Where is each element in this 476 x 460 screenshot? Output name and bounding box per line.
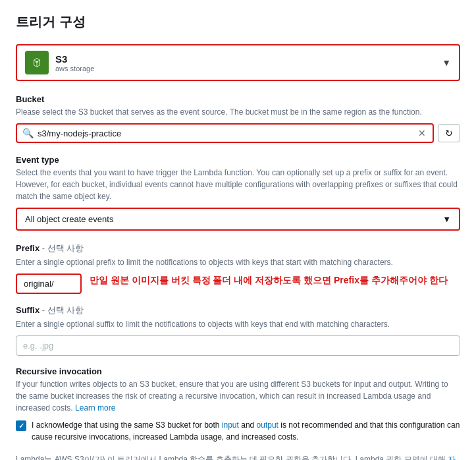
event-type-section: Event type Select the events that you wa… bbox=[16, 155, 460, 231]
recursive-checkbox-row: I acknowledge that using the same S3 buc… bbox=[16, 419, 460, 443]
bucket-section: Bucket Please select the S3 bucket that … bbox=[16, 94, 460, 143]
recursive-section: Recursive invocation If your function wr… bbox=[16, 366, 460, 443]
prefix-description: Enter a single optional prefix to limit … bbox=[16, 256, 460, 268]
prefix-optional: - 선택 사항 bbox=[42, 243, 84, 253]
event-type-dropdown[interactable]: All object create events ▼ bbox=[16, 208, 460, 231]
recursive-label: Recursive invocation bbox=[16, 366, 460, 376]
bucket-search-input[interactable] bbox=[38, 129, 417, 138]
s3-service-tags: aws storage bbox=[55, 65, 94, 72]
s3-selector-chevron: ▼ bbox=[442, 57, 451, 68]
s3-service-selector[interactable]: S3 aws storage ▼ bbox=[16, 44, 460, 81]
bucket-search-box: 🔍 ✕ bbox=[16, 123, 434, 143]
search-icon: 🔍 bbox=[22, 128, 34, 138]
prefix-label: Prefix - 선택 사항 bbox=[16, 243, 460, 254]
s3-icon bbox=[25, 51, 49, 74]
suffix-label: Suffix - 선택 사항 bbox=[16, 304, 460, 316]
event-type-label: Event type bbox=[16, 155, 460, 165]
suffix-section: Suffix - 선택 사항 Enter a single optional s… bbox=[16, 304, 460, 356]
suffix-optional: - 선택 사항 bbox=[42, 305, 84, 315]
event-type-description: Select the events that you want to have … bbox=[16, 167, 460, 202]
bucket-description: Please select the S3 bucket that serves … bbox=[16, 106, 460, 118]
lambda-learn-more-link[interactable]: 자세히 알아보기. bbox=[16, 455, 456, 460]
recursive-checkbox[interactable] bbox=[16, 420, 26, 431]
refresh-button[interactable]: ↻ bbox=[438, 124, 460, 142]
event-type-value: All object create events bbox=[25, 214, 113, 224]
recursive-checkbox-text: I acknowledge that using the same S3 buc… bbox=[32, 419, 460, 443]
lambda-note: Lambda는 AWS S3이(가) 이 트리거에서 Lambda 함수를 호출… bbox=[16, 453, 460, 460]
learn-more-link[interactable]: Learn more bbox=[75, 403, 115, 413]
prefix-input[interactable] bbox=[16, 273, 82, 294]
page-title: 트리거 구성 bbox=[16, 13, 460, 31]
recursive-description: If your function writes objects to an S3… bbox=[16, 378, 460, 414]
prefix-note: 만일 원본 이미지를 버킷 특정 폴더 내에 저장하도록 했으면 Prefix를… bbox=[90, 273, 460, 287]
suffix-description: Enter a single optional suffix to limit … bbox=[16, 318, 460, 330]
prefix-section: Prefix - 선택 사항 Enter a single optional p… bbox=[16, 243, 460, 294]
event-type-chevron: ▼ bbox=[442, 214, 451, 224]
s3-service-name: S3 bbox=[55, 53, 94, 65]
bucket-label: Bucket bbox=[16, 94, 460, 104]
suffix-input[interactable] bbox=[16, 335, 460, 356]
svg-point-1 bbox=[36, 61, 38, 63]
clear-button[interactable]: ✕ bbox=[417, 128, 427, 138]
